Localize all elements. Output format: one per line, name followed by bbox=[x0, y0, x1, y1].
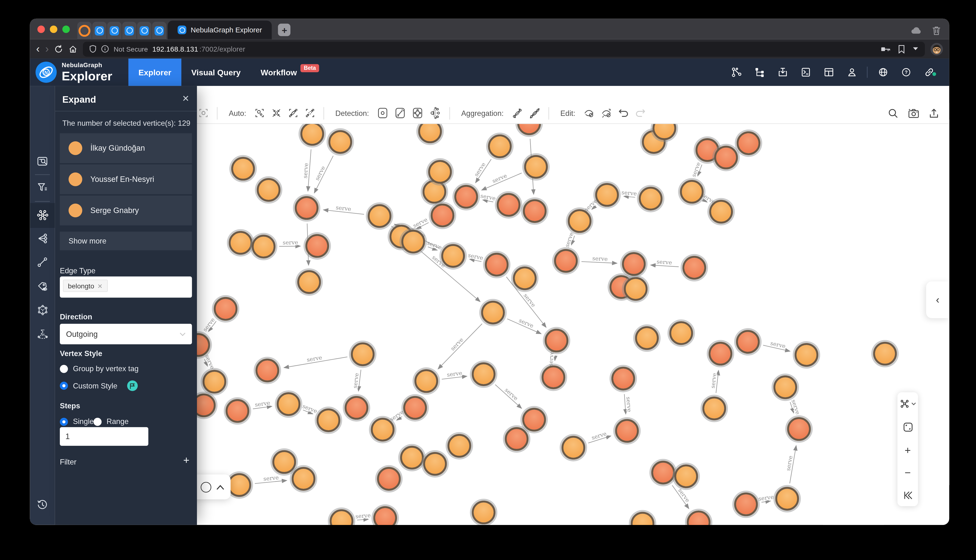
radio-group-by-tag[interactable]: Group by vertex tag bbox=[60, 364, 139, 373]
nav-tab-explorer[interactable]: Explorer bbox=[129, 58, 181, 86]
auto-edge-dashed-icon[interactable] bbox=[305, 108, 315, 118]
screenshot-camera-icon[interactable] bbox=[907, 108, 920, 118]
graph-edge[interactable] bbox=[391, 226, 480, 302]
detect-neighbors-icon[interactable] bbox=[430, 107, 441, 119]
link-status-icon[interactable] bbox=[918, 67, 941, 78]
graph-edge[interactable] bbox=[438, 324, 482, 369]
right-panel-toggle[interactable]: ‹ bbox=[926, 282, 949, 318]
tree-view-icon[interactable] bbox=[748, 67, 771, 78]
export-icon[interactable] bbox=[929, 107, 939, 119]
hide-icon[interactable] bbox=[583, 107, 595, 119]
home-button[interactable] bbox=[69, 45, 77, 53]
search-graph-icon[interactable] bbox=[30, 150, 55, 173]
radio-custom-style[interactable]: Custom Style bbox=[60, 380, 138, 391]
zoom-out-button[interactable]: − bbox=[905, 468, 911, 478]
graph-edge[interactable] bbox=[279, 246, 301, 247]
canvas-zoom-toolbar: + − bbox=[897, 392, 918, 506]
schema-graph-icon[interactable] bbox=[725, 67, 748, 78]
shield-icon[interactable] bbox=[89, 45, 97, 53]
fit-view-button[interactable] bbox=[902, 421, 913, 433]
steps-value-input[interactable]: 1 bbox=[60, 427, 149, 446]
nav-tab-visual-query[interactable]: Visual Query bbox=[181, 58, 251, 86]
address-bar[interactable]: Not Secure 192.168.8.131:7002/explorer bbox=[83, 42, 925, 57]
filter-icon[interactable] bbox=[30, 176, 55, 199]
brand-name: NebulaGraph bbox=[62, 62, 112, 68]
pinned-tab[interactable] bbox=[152, 22, 166, 39]
password-key-icon[interactable] bbox=[881, 46, 891, 52]
layout-mode-button[interactable] bbox=[899, 398, 916, 409]
nav-tab-workflow[interactable]: Workflow Beta bbox=[251, 58, 329, 86]
help-icon[interactable]: ? bbox=[894, 67, 918, 78]
pinned-tab[interactable] bbox=[107, 22, 122, 39]
pinned-tab[interactable] bbox=[122, 22, 137, 39]
collapse-left-button[interactable] bbox=[903, 491, 913, 500]
edge-label: serve bbox=[282, 239, 298, 246]
detect-path-icon[interactable] bbox=[394, 107, 406, 119]
close-icon[interactable]: ✕ bbox=[180, 93, 191, 104]
console-icon[interactable] bbox=[794, 67, 817, 78]
nebula-cloud-icon bbox=[140, 26, 149, 35]
pinned-tab[interactable] bbox=[77, 22, 92, 39]
new-tab-button[interactable]: + bbox=[278, 24, 291, 36]
style-flag-icon[interactable] bbox=[127, 380, 138, 391]
statistics-icon[interactable]: Σ bbox=[30, 322, 55, 346]
forward-button[interactable]: › bbox=[45, 44, 49, 54]
window-controls bbox=[30, 19, 76, 39]
aggregate-edges-icon[interactable] bbox=[512, 107, 523, 119]
edge-type-chip[interactable]: belongto✕ bbox=[63, 280, 108, 292]
settings-sliders-icon[interactable] bbox=[30, 520, 55, 525]
table-layout-icon[interactable] bbox=[817, 67, 840, 78]
expand-tool-icon[interactable] bbox=[30, 203, 55, 227]
detect-vertex-icon[interactable] bbox=[377, 107, 388, 119]
zoom-window-button[interactable] bbox=[62, 25, 70, 33]
radio-single[interactable]: Single bbox=[60, 417, 94, 426]
vertex-list-item[interactable]: Youssef En-Nesyri bbox=[60, 164, 192, 194]
undo-icon[interactable] bbox=[618, 108, 629, 118]
chevron-down-icon[interactable] bbox=[912, 47, 919, 51]
nebula-cloud-icon bbox=[95, 26, 104, 35]
radio-range[interactable]: Range bbox=[94, 417, 129, 426]
zoom-in-button[interactable]: + bbox=[905, 445, 911, 455]
show-more-button[interactable]: Show more bbox=[60, 232, 192, 250]
reload-button[interactable] bbox=[55, 45, 63, 53]
redo-icon[interactable] bbox=[635, 108, 646, 118]
pinned-tab[interactable] bbox=[137, 22, 152, 39]
trash-icon[interactable] bbox=[932, 26, 941, 35]
vertex-list-item[interactable]: İlkay Gündoğan bbox=[60, 133, 192, 163]
info-icon[interactable] bbox=[101, 45, 109, 53]
back-button[interactable]: ‹ bbox=[36, 44, 40, 54]
pinned-tab[interactable] bbox=[92, 22, 107, 39]
add-filter-button[interactable]: + bbox=[183, 455, 189, 467]
user-avatar[interactable] bbox=[930, 43, 943, 55]
language-globe-icon[interactable] bbox=[871, 67, 894, 78]
minimize-window-button[interactable] bbox=[50, 25, 57, 33]
expand-edges-icon[interactable] bbox=[529, 107, 541, 119]
auto-converge-icon[interactable] bbox=[271, 108, 282, 118]
tag-visibility-icon[interactable] bbox=[30, 275, 55, 298]
bookmark-icon[interactable] bbox=[898, 45, 905, 53]
remove-tag-icon[interactable]: ✕ bbox=[97, 282, 102, 289]
history-icon[interactable] bbox=[30, 493, 55, 517]
edge-type-input[interactable]: belongto✕ bbox=[60, 277, 192, 298]
user-icon[interactable] bbox=[840, 67, 863, 78]
cube-tool-icon[interactable] bbox=[30, 298, 55, 322]
search-icon[interactable] bbox=[887, 107, 899, 119]
direction-select[interactable]: Outgoing bbox=[60, 324, 192, 344]
cloud-sync-icon[interactable] bbox=[911, 27, 923, 35]
vertex-list-item[interactable]: Serge Gnabry bbox=[60, 195, 192, 225]
aggregation-label: Aggregation: bbox=[461, 109, 504, 117]
graph-edge[interactable] bbox=[555, 356, 555, 361]
graph-canvas[interactable]: serveserveserveserveserveserveserveserve… bbox=[197, 86, 949, 525]
auto-edge-icon[interactable] bbox=[288, 108, 299, 118]
show-icon[interactable] bbox=[601, 107, 612, 119]
beta-badge: Beta bbox=[301, 64, 319, 72]
partial-tool-icon[interactable] bbox=[198, 108, 209, 118]
detect-loop-icon[interactable] bbox=[412, 107, 423, 119]
edge-tool-icon[interactable] bbox=[30, 250, 55, 274]
status-dot bbox=[932, 72, 936, 76]
common-neighbor-icon[interactable] bbox=[30, 227, 55, 250]
auto-select-vertex-icon[interactable] bbox=[254, 108, 265, 118]
active-tab[interactable]: NebulaGraph Explorer bbox=[168, 21, 272, 39]
import-data-icon[interactable] bbox=[771, 67, 794, 78]
close-window-button[interactable] bbox=[37, 25, 45, 33]
